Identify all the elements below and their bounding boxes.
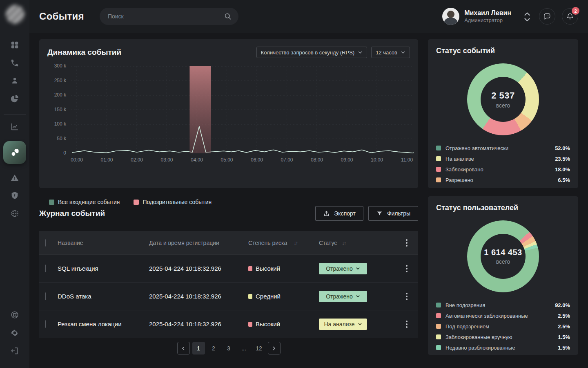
events-total-label: всего xyxy=(496,102,510,109)
main-content: Динамика событий Количество запросов в с… xyxy=(29,33,588,368)
page-button-1[interactable]: 1 xyxy=(192,342,205,355)
event-datetime: 2025-04-224 10:18:32.926 xyxy=(149,321,248,328)
page-button-3[interactable]: 3 xyxy=(223,342,235,355)
row-checkbox[interactable] xyxy=(45,320,46,328)
x-tick: 00:00 xyxy=(67,157,87,163)
x-tick: 07:00 xyxy=(277,157,297,163)
x-tick: 08:00 xyxy=(307,157,327,163)
status-dropdown[interactable]: Отражено xyxy=(319,263,367,274)
row-menu-kebab-icon[interactable] xyxy=(404,263,409,274)
users-status-legend: Вне подозрения 92.0% Автоматически забло… xyxy=(436,300,570,353)
risk-swatch xyxy=(248,266,252,271)
legend-swatch xyxy=(436,303,441,307)
notifications-button[interactable]: 2 xyxy=(562,8,578,25)
events-status-card: Статус событий 2 537 всего Отражено авто… xyxy=(428,39,578,188)
x-tick: 06:00 xyxy=(247,157,267,163)
user-name: Михаил Левин xyxy=(464,9,511,17)
event-name: Резкая смена локации xyxy=(58,321,149,328)
table-row[interactable]: Резкая смена локации 2025-04-224 10:18:3… xyxy=(39,310,418,338)
chat-icon xyxy=(543,12,551,20)
legend-swatch xyxy=(436,167,441,172)
row-menu-kebab-icon[interactable] xyxy=(404,319,409,330)
sort-icon[interactable]: ↓↑ xyxy=(342,240,345,246)
page-button-12[interactable]: 12 xyxy=(253,342,265,355)
y-tick: 150 k xyxy=(54,107,66,112)
export-button[interactable]: Экспорт xyxy=(315,206,363,221)
user-menu-expander-icon[interactable] xyxy=(522,10,532,22)
metric-dropdown[interactable]: Количество запросов в секунду (RPS) xyxy=(256,47,367,58)
export-label: Экспорт xyxy=(334,210,356,217)
x-tick: 02:00 xyxy=(127,157,147,163)
row-checkbox[interactable] xyxy=(45,292,46,300)
filters-label: Фильтры xyxy=(387,210,410,217)
column-risk: Степень риска ↓↑ xyxy=(248,240,319,246)
y-tick: 0 xyxy=(63,150,66,156)
search-icon xyxy=(224,12,232,20)
row-checkbox[interactable] xyxy=(45,265,46,272)
legend-row: На анализе 23.5% xyxy=(436,153,570,164)
select-all-checkbox[interactable] xyxy=(45,239,46,247)
legend-swatch xyxy=(436,313,441,318)
support-icon[interactable] xyxy=(6,307,24,323)
x-tick: 11:00 xyxy=(397,157,417,163)
sidebar-divider xyxy=(4,114,26,114)
search-field xyxy=(100,8,238,25)
y-tick: 50 k xyxy=(57,136,66,141)
pagination: 1 2 3 ... 12 xyxy=(39,342,418,355)
filter-icon xyxy=(376,210,383,217)
user-role: Администратор xyxy=(464,17,511,24)
user-meta: Михаил Левин Администратор xyxy=(464,9,511,24)
event-name: DDoS атака xyxy=(58,293,149,300)
x-axis-labels: 00:0001:0002:0003:0004:0005:0006:0007:00… xyxy=(71,157,414,164)
settings-gear-icon[interactable] xyxy=(6,325,24,341)
network-globe-icon[interactable] xyxy=(6,205,24,222)
event-risk: Высокий xyxy=(248,265,319,272)
pie-chart-icon[interactable] xyxy=(6,90,24,107)
users-icon[interactable] xyxy=(6,72,24,89)
filters-button[interactable]: Фильтры xyxy=(368,206,418,221)
legend-swatch xyxy=(436,345,441,350)
legend-row: Заблокировано 18.0% xyxy=(436,164,570,175)
row-menu-kebab-icon[interactable] xyxy=(404,291,409,302)
messages-button[interactable] xyxy=(539,8,555,25)
sidebar-item-events-active[interactable] xyxy=(3,141,26,164)
period-dropdown[interactable]: 12 часов xyxy=(371,47,410,58)
column-name: Название xyxy=(58,240,149,246)
status-dropdown[interactable]: На анализе xyxy=(319,319,367,330)
x-tick: 01:00 xyxy=(97,157,117,163)
notifications-count-badge: 2 xyxy=(572,7,579,15)
logout-icon[interactable] xyxy=(6,343,24,359)
legend-swatch xyxy=(134,200,139,205)
x-tick: 03:00 xyxy=(157,157,177,163)
alerts-icon[interactable] xyxy=(6,170,24,186)
phone-icon[interactable] xyxy=(6,55,24,71)
table-row[interactable]: DDoS атака 2025-04-224 10:18:32.926 Сред… xyxy=(39,282,418,310)
analytics-icon[interactable] xyxy=(6,119,24,135)
dashboard-icon[interactable] xyxy=(6,37,24,53)
page-button-2[interactable]: 2 xyxy=(207,342,220,355)
export-icon xyxy=(323,210,330,217)
status-dropdown[interactable]: Отражено xyxy=(319,291,367,302)
line-chart-plot xyxy=(71,66,414,153)
y-tick: 200 k xyxy=(54,92,66,98)
user-avatar[interactable] xyxy=(442,8,459,25)
journal-header: Журнал событий Экспорт Фильтры xyxy=(39,206,418,221)
legend-row: Заблокированные вручную 1.5% xyxy=(436,332,570,342)
x-tick: 05:00 xyxy=(217,157,237,163)
table-menu-kebab-icon[interactable] xyxy=(404,238,409,248)
legend-label: Все входящие события xyxy=(58,199,120,205)
suspicious-band xyxy=(189,66,211,153)
next-page-button[interactable] xyxy=(268,342,281,355)
security-shield-icon[interactable] xyxy=(6,187,24,204)
period-dropdown-value: 12 часов xyxy=(376,49,397,56)
events-status-legend: Отражено автоматически 52.0% На анализе … xyxy=(436,143,570,185)
chevron-down-icon xyxy=(401,50,405,55)
users-total-label: всего xyxy=(496,258,510,265)
prev-page-button[interactable] xyxy=(177,342,190,355)
x-tick: 09:00 xyxy=(337,157,357,163)
table-row[interactable]: SQL инъекция 2025-04-224 10:18:32.926 Вы… xyxy=(39,254,418,282)
search-input[interactable] xyxy=(100,8,238,25)
legend-row: Под подозрением 2.5% xyxy=(436,321,570,332)
legend-row: Разрешено 6.5% xyxy=(436,175,570,185)
sort-icon[interactable]: ↓↑ xyxy=(294,240,297,246)
